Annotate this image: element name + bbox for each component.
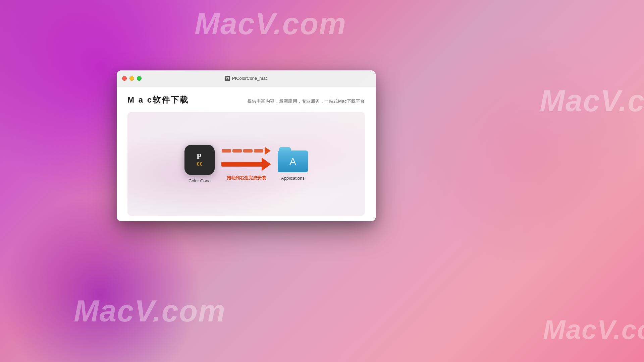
dashed-arrows	[222, 147, 271, 155]
site-title: M a c软件下载	[127, 95, 189, 105]
main-arrow	[221, 158, 271, 171]
arrow-body	[221, 162, 262, 167]
app-icon-wrapper: P cc Color Cone	[184, 145, 215, 183]
installer-window: PI PIColorCone_mac M a c软件下载 提供丰富内容，最新应用…	[117, 70, 376, 221]
app-name-label: Color Cone	[189, 178, 211, 183]
app-icon: P cc	[184, 145, 215, 175]
dash-4	[254, 149, 263, 153]
header-area: M a c软件下载 提供丰富内容，最新应用，专业服务，一站式Mac下载平台	[127, 95, 365, 105]
watermark-bottom-right: MacV.co	[543, 314, 644, 345]
traffic-lights	[122, 76, 142, 81]
minimize-button[interactable]	[129, 76, 134, 81]
app-title-icon: PI	[225, 76, 230, 81]
install-label: 拖动到右边完成安装	[227, 175, 266, 181]
folder-a-letter: A	[289, 156, 296, 167]
pcc-p-letter: P	[197, 153, 202, 160]
install-area: P cc Color Cone	[127, 112, 365, 216]
titlebar: PI PIColorCone_mac	[117, 70, 376, 86]
close-button[interactable]	[122, 76, 127, 81]
dash-2	[232, 149, 242, 153]
watermark-bottom-left: MacV.com	[74, 294, 226, 328]
window-title-text: PIColorCone_mac	[232, 76, 268, 81]
window-content: M a c软件下载 提供丰富内容，最新应用，专业服务，一站式Mac下载平台 P …	[117, 86, 376, 221]
watermark-right: MacV.co	[540, 84, 644, 118]
dash-3	[243, 149, 253, 153]
window-title-area: PI PIColorCone_mac	[225, 76, 268, 81]
bg-shape-3	[409, 34, 644, 268]
dash-1	[222, 149, 231, 153]
watermark-top: MacV.com	[195, 7, 346, 41]
applications-folder-wrapper: A Applications	[278, 147, 308, 181]
dashed-arrow-head	[265, 147, 271, 155]
folder-body: A	[278, 150, 308, 172]
pcc-icon-graphic: P cc	[197, 153, 203, 167]
title-icon-text: PI	[226, 76, 229, 80]
pcc-cc-letter: cc	[197, 160, 203, 167]
arrow-tip	[262, 158, 271, 171]
site-subtitle: 提供丰富内容，最新应用，专业服务，一站式Mac下载平台	[248, 98, 365, 104]
install-row: P cc Color Cone	[184, 145, 308, 183]
applications-folder-icon: A	[278, 147, 308, 172]
applications-label: Applications	[281, 176, 305, 181]
maximize-button[interactable]	[137, 76, 142, 81]
drag-arrow-area: 拖动到右边完成安装	[221, 147, 271, 181]
